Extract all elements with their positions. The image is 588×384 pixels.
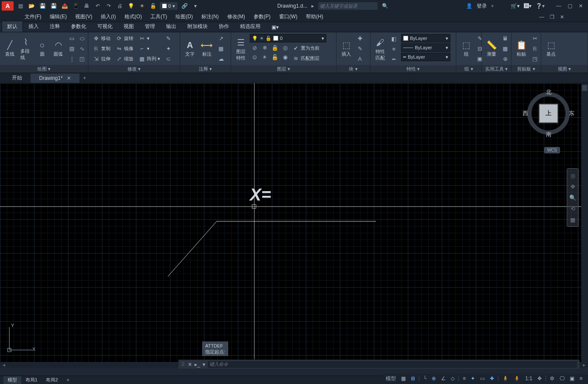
panel-title-layer[interactable]: 图层 ▾ <box>231 65 336 73</box>
menu-draw[interactable]: 绘图(D) <box>172 12 196 22</box>
navigation-bar[interactable]: ◎ ✥ 🔍 ⟲ ▦ <box>567 168 579 227</box>
tool-paste[interactable]: 📋粘贴 <box>514 34 529 64</box>
panel-title-modify[interactable]: 修改 ▾ <box>88 65 180 73</box>
cmd-drag-handle[interactable]: ⠿ <box>181 361 185 367</box>
status-ortho-icon[interactable]: └ <box>421 375 429 382</box>
layout-tab-layout2[interactable]: 布局2 <box>42 376 62 384</box>
panel-title-group[interactable]: 组 ▾ <box>456 65 481 73</box>
panel-title-annot[interactable]: 注释 ▾ <box>180 65 231 73</box>
annot-table-icon[interactable]: ▦ <box>216 44 226 54</box>
qat-bulb-on-icon[interactable]: 💡 <box>127 2 135 10</box>
tool-line[interactable]: ╱直线 <box>3 34 17 64</box>
status-snap-icon[interactable]: ⊞ <box>409 375 417 382</box>
tool-array[interactable]: ▦阵列 ▾ <box>137 54 162 64</box>
draw-point-icon[interactable]: ⋮ <box>67 54 76 64</box>
mdi-minimize[interactable]: — <box>537 13 546 21</box>
panel-title-clip[interactable]: 剪贴板 ▾ <box>512 65 541 73</box>
ribbon-tab-parametric[interactable]: 参数化 <box>65 21 92 32</box>
qat-plot-icon[interactable]: 🖶 <box>82 2 91 10</box>
layer-off-icon[interactable]: ⊘ <box>250 43 259 52</box>
viewcube-north[interactable]: 北 <box>546 88 551 96</box>
util-point-icon[interactable]: ⊕ <box>500 54 510 64</box>
nav-wheel-icon[interactable]: ◎ <box>568 171 577 180</box>
layer-thaw-icon[interactable]: ☀ <box>260 53 269 61</box>
tool-copy[interactable]: ⎘复制 <box>91 44 112 54</box>
modify-erase-icon[interactable]: ✎ <box>164 34 173 43</box>
qat-redo-icon[interactable]: ↷ <box>105 2 113 10</box>
ribbon-tab-output[interactable]: 输出 <box>161 21 182 32</box>
qat-saveas-icon[interactable]: 💾 <box>49 2 58 10</box>
doc-tab-start[interactable]: 开始 <box>3 73 31 83</box>
title-play-icon[interactable]: ▸ <box>311 3 314 9</box>
ribbon-tab-collab[interactable]: 协作 <box>213 21 235 32</box>
status-person2-icon[interactable]: 🧍 <box>512 375 522 382</box>
nav-zoom-icon[interactable]: 🔍 <box>568 193 577 202</box>
menu-window[interactable]: 窗口(W) <box>276 12 301 22</box>
minimize-button[interactable]: — <box>553 2 564 10</box>
status-custom-icon[interactable]: ≡ <box>577 375 585 382</box>
layer-combo[interactable]: 💡☀🔓0▾ <box>250 34 326 42</box>
status-grid-icon[interactable]: ▦ <box>399 375 408 382</box>
tool-rotate[interactable]: ⟳旋转 <box>114 34 135 43</box>
viewcube[interactable]: 上 北 南 东 西 <box>525 90 572 137</box>
layer-match[interactable]: ≋匹配图层 <box>291 54 321 63</box>
nav-orbit-icon[interactable]: ⟲ <box>568 204 577 213</box>
prop-line-icon[interactable]: ≡ <box>389 44 399 54</box>
qat-undo-icon[interactable]: ↶ <box>93 2 102 10</box>
status-sc-icon[interactable]: ✚ <box>488 375 496 382</box>
cmd-history-icon[interactable]: ▸_ <box>195 361 200 367</box>
help-icon[interactable]: ❔▾ <box>536 3 545 9</box>
status-scale[interactable]: 1:1 <box>523 375 534 382</box>
status-iso-icon[interactable]: ∠ <box>439 375 448 382</box>
tool-circle[interactable]: ○圆 <box>35 34 49 64</box>
panel-title-block[interactable]: 块 ▾ <box>336 65 370 73</box>
status-osnap-icon[interactable]: ◇ <box>449 375 457 382</box>
tool-measure[interactable]: 📏测量 <box>484 34 499 64</box>
add-tab-button[interactable]: ＋ <box>79 73 90 83</box>
tool-stretch[interactable]: ⇲拉伸 <box>91 54 112 64</box>
draw-ellipse-icon[interactable]: ⬭ <box>77 34 87 43</box>
tool-insert-block[interactable]: ⬚插入 <box>339 34 353 64</box>
ribbon-tab-apps-icon[interactable]: ▣▾ <box>266 22 284 32</box>
draw-hatch-icon[interactable]: ▨ <box>67 44 76 54</box>
viewcube-east[interactable]: 东 <box>569 110 574 117</box>
status-dyn-icon[interactable]: ✦ <box>469 375 477 382</box>
nav-pan-icon[interactable]: ✥ <box>568 182 577 191</box>
modify-offset-icon[interactable]: ⊂ <box>164 54 173 64</box>
ribbon-tab-manage[interactable]: 管理 <box>139 21 161 32</box>
mdi-close[interactable]: ✕ <box>557 13 567 21</box>
status-monitor-icon[interactable]: 🖵 <box>557 375 567 382</box>
prop-weight-icon[interactable]: ━ <box>389 54 399 64</box>
qat-sun-icon[interactable]: ☀ <box>138 2 146 10</box>
tool-scale[interactable]: ⤢缩放 <box>114 54 135 64</box>
qat-open-icon[interactable]: 📂 <box>27 2 36 10</box>
app-logo[interactable]: A <box>2 1 14 11</box>
menu-help[interactable]: 帮助(H) <box>302 12 327 22</box>
layer-uniso-icon[interactable]: ◉ <box>280 53 290 61</box>
draw-spline-icon[interactable]: ∿ <box>77 44 87 54</box>
layer-unlock-icon[interactable]: 🔓 <box>270 53 280 61</box>
command-input[interactable]: 键入命令 <box>208 361 577 368</box>
status-lwt-icon[interactable]: ≡ <box>461 375 468 382</box>
tool-trim[interactable]: ✂▾ <box>137 34 162 43</box>
menu-edit[interactable]: 编辑(E) <box>46 12 70 22</box>
clip-cut-icon[interactable]: ✂ <box>530 34 540 43</box>
menu-file[interactable]: 文件(F) <box>21 12 45 22</box>
clip-base-icon[interactable]: ◳ <box>530 54 540 64</box>
tool-layer-properties[interactable]: ☰图层 特性 <box>234 34 248 65</box>
tool-move[interactable]: ✥移动 <box>91 34 112 43</box>
util-calc-icon[interactable]: 🖩 <box>500 34 510 43</box>
ribbon-tab-annotate[interactable]: 注释 <box>44 21 65 32</box>
menu-view[interactable]: 视图(V) <box>72 12 96 22</box>
login-button[interactable]: 登录 <box>477 3 487 10</box>
menu-dim[interactable]: 标注(N) <box>198 12 222 22</box>
qat-mobile-icon[interactable]: 📱 <box>71 2 80 10</box>
qat-layer-combo[interactable]: 0▾ <box>160 2 178 10</box>
tool-arc[interactable]: ◠圆弧 <box>51 34 65 64</box>
qat-lock-icon[interactable]: 🔓 <box>149 2 157 10</box>
draw-region-icon[interactable]: ◫ <box>77 54 87 64</box>
layout-tab-model[interactable]: 模型 <box>3 376 21 384</box>
tool-match-prop[interactable]: 🖌特性 匹配 <box>373 34 387 65</box>
tool-dimension[interactable]: ⟷标注 <box>199 34 215 64</box>
ribbon-tab-addins[interactable]: 附加模块 <box>182 21 213 32</box>
